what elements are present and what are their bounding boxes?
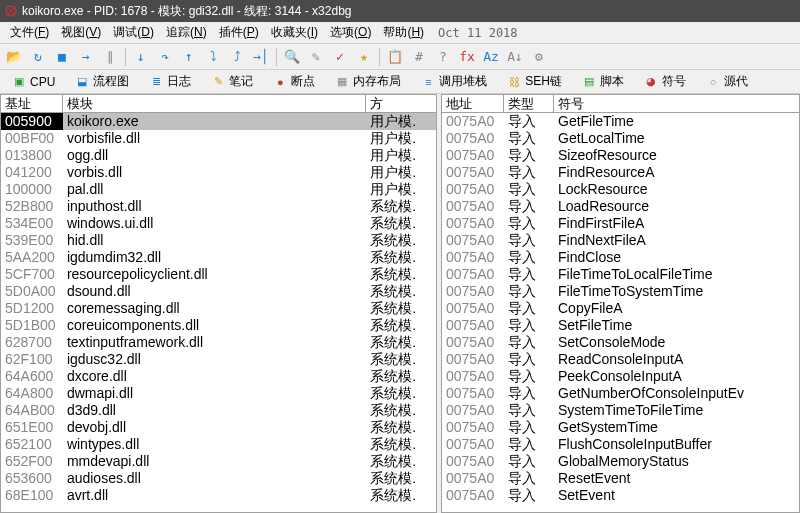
symbol-row[interactable]: 0075A0导入PeekConsoleInputA (442, 368, 799, 385)
menu-n[interactable]: 追踪(N) (160, 22, 213, 43)
symbol-row[interactable]: 0075A0导入GetSystemTime (442, 419, 799, 436)
symbol-row[interactable]: 0075A0导入FindResourceA (442, 164, 799, 181)
tab-symbols[interactable]: ◕符号 (636, 71, 694, 92)
module-name: resourcepolicyclient.dll (63, 266, 366, 283)
menu-i[interactable]: 收藏夹(I) (265, 22, 324, 43)
symbol-row[interactable]: 0075A0导入GetNumberOfConsoleInputEv (442, 385, 799, 402)
menu-d[interactable]: 调试(D) (107, 22, 160, 43)
module-row[interactable]: 652100wintypes.dll系统模. (1, 436, 436, 453)
symbol-row[interactable]: 0075A0导入SizeofResource (442, 147, 799, 164)
tab-notes[interactable]: ✎笔记 (203, 71, 261, 92)
symbol-row[interactable]: 0075A0导入FindClose (442, 249, 799, 266)
module-row[interactable]: 041200vorbis.dll用户模. (1, 164, 436, 181)
module-row[interactable]: 5D1200coremessaging.dll系统模. (1, 300, 436, 317)
module-row[interactable]: 013800ogg.dll用户模. (1, 147, 436, 164)
comment-icon[interactable]: ✓ (329, 46, 351, 68)
symbols-body[interactable]: 0075A0导入GetFileTime0075A0导入GetLocalTime0… (442, 113, 799, 512)
symbol-row[interactable]: 0075A0导入FileTimeToSystemTime (442, 283, 799, 300)
step-over2-icon[interactable]: ⤵ (202, 46, 224, 68)
col-module[interactable]: 模块 (63, 95, 366, 112)
menu-v[interactable]: 视图(V) (55, 22, 107, 43)
search-icon[interactable]: 🔍 (281, 46, 303, 68)
gear-icon[interactable]: ⚙ (528, 46, 550, 68)
symbol-row[interactable]: 0075A0导入FindFirstFileA (442, 215, 799, 232)
tab-script[interactable]: ▤脚本 (574, 71, 632, 92)
col-base[interactable]: 基址 (1, 95, 63, 112)
module-row[interactable]: 652F00mmdevapi.dll系统模. (1, 453, 436, 470)
module-row[interactable]: 00BF00vorbisfile.dll用户模. (1, 130, 436, 147)
module-row[interactable]: 62F100igdusc32.dll系统模. (1, 351, 436, 368)
module-row[interactable]: 539E00hid.dll系统模. (1, 232, 436, 249)
symbol-row[interactable]: 0075A0导入CopyFileA (442, 300, 799, 317)
font-icon[interactable]: A↓ (504, 46, 526, 68)
module-row[interactable]: 64AB00d3d9.dll系统模. (1, 402, 436, 419)
script-icon[interactable]: 📋 (384, 46, 406, 68)
tab-source[interactable]: ○源代 (698, 71, 756, 92)
module-row[interactable]: 64A600dxcore.dll系统模. (1, 368, 436, 385)
symbol-type: 导入 (504, 453, 554, 470)
symbol-row[interactable]: 0075A0导入SetEvent (442, 487, 799, 504)
open-icon[interactable]: 📂 (3, 46, 25, 68)
col-addr[interactable]: 地址 (442, 95, 504, 112)
module-row[interactable]: 5D1B00coreuicomponents.dll系统模. (1, 317, 436, 334)
run-to-icon[interactable]: →│ (250, 46, 272, 68)
col-symtype[interactable]: 类型 (504, 95, 554, 112)
symbol-row[interactable]: 0075A0导入GetLocalTime (442, 130, 799, 147)
pause-icon[interactable]: ∥ (99, 46, 121, 68)
star-icon[interactable]: ★ (353, 46, 375, 68)
symbol-row[interactable]: 0075A0导入ReadConsoleInputA (442, 351, 799, 368)
module-row[interactable]: 653600audioses.dll系统模. (1, 470, 436, 487)
symbol-row[interactable]: 0075A0导入FindNextFileA (442, 232, 799, 249)
col-type[interactable]: 方 (366, 95, 436, 112)
run-icon[interactable]: → (75, 46, 97, 68)
symbol-row[interactable]: 0075A0导入ResetEvent (442, 470, 799, 487)
col-symbol[interactable]: 符号 (554, 95, 799, 112)
symbol-row[interactable]: 0075A0导入LockResource (442, 181, 799, 198)
modules-body[interactable]: 005900koikoro.exe用户模.00BF00vorbisfile.dl… (1, 113, 436, 512)
menu-h[interactable]: 帮助(H) (377, 22, 430, 43)
module-row[interactable]: 534E00windows.ui.dll系统模. (1, 215, 436, 232)
tab-callstack[interactable]: ≡调用堆栈 (413, 71, 495, 92)
step-into-icon[interactable]: ↓ (130, 46, 152, 68)
tab-memmap[interactable]: ▦内存布局 (327, 71, 409, 92)
symbol-addr: 0075A0 (442, 368, 504, 385)
module-row[interactable]: 64A800dwmapi.dll系统模. (1, 385, 436, 402)
symbol-row[interactable]: 0075A0导入SetFileTime (442, 317, 799, 334)
module-row[interactable]: 100000pal.dll用户模. (1, 181, 436, 198)
step-out-icon[interactable]: ↑ (178, 46, 200, 68)
symbol-type: 导入 (504, 436, 554, 453)
module-row[interactable]: 651E00devobj.dll系统模. (1, 419, 436, 436)
symbol-name: FileTimeToSystemTime (554, 283, 799, 300)
symbol-row[interactable]: 0075A0导入GlobalMemoryStatus (442, 453, 799, 470)
tab-breakpoints[interactable]: ●断点 (265, 71, 323, 92)
stop-icon[interactable]: ■ (51, 46, 73, 68)
symbol-row[interactable]: 0075A0导入GetFileTime (442, 113, 799, 130)
menu-f[interactable]: 文件(F) (4, 22, 55, 43)
step-ret-icon[interactable]: ⤴ (226, 46, 248, 68)
menu-o[interactable]: 选项(O) (324, 22, 377, 43)
symbol-row[interactable]: 0075A0导入SetConsoleMode (442, 334, 799, 351)
module-row[interactable]: 5D0A00dsound.dll系统模. (1, 283, 436, 300)
hash-icon[interactable]: # (408, 46, 430, 68)
module-row[interactable]: 005900koikoro.exe用户模. (1, 113, 436, 130)
module-row[interactable]: 5CF700resourcepolicyclient.dll系统模. (1, 266, 436, 283)
calc-icon[interactable]: ? (432, 46, 454, 68)
fx-icon[interactable]: fx (456, 46, 478, 68)
symbol-row[interactable]: 0075A0导入SystemTimeToFileTime (442, 402, 799, 419)
module-row[interactable]: 5AA200igdumdim32.dll系统模. (1, 249, 436, 266)
step-over-icon[interactable]: ↷ (154, 46, 176, 68)
tab-flowchart[interactable]: ⬓流程图 (67, 71, 137, 92)
module-row[interactable]: 52B800inputhost.dll系统模. (1, 198, 436, 215)
tab-cpu[interactable]: ▣CPU (4, 73, 63, 91)
module-row[interactable]: 628700textinputframework.dll系统模. (1, 334, 436, 351)
restart-icon[interactable]: ↻ (27, 46, 49, 68)
symbol-row[interactable]: 0075A0导入FlushConsoleInputBuffer (442, 436, 799, 453)
symbol-row[interactable]: 0075A0导入LoadResource (442, 198, 799, 215)
tab-seh[interactable]: ⛓SEH链 (499, 71, 570, 92)
symbol-row[interactable]: 0075A0导入FileTimeToLocalFileTime (442, 266, 799, 283)
tab-log[interactable]: ≣日志 (141, 71, 199, 92)
menu-p[interactable]: 插件(P) (213, 22, 265, 43)
az-icon[interactable]: Az (480, 46, 502, 68)
module-row[interactable]: 68E100avrt.dll系统模. (1, 487, 436, 504)
patch-icon[interactable]: ✎ (305, 46, 327, 68)
